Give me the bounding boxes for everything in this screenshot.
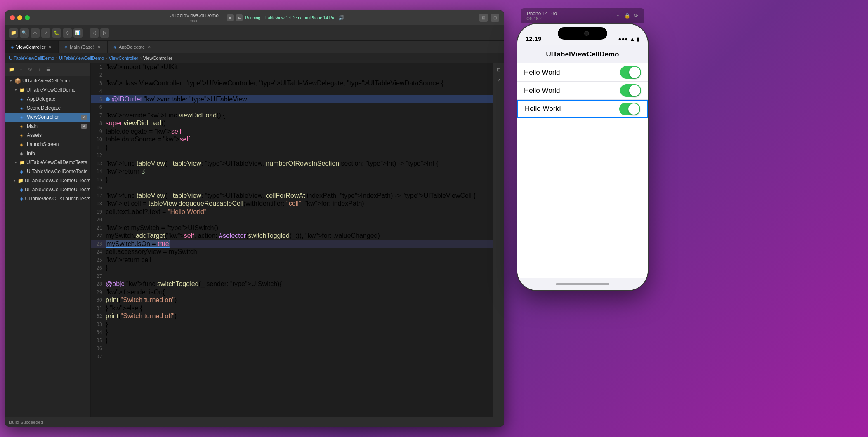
switch-3[interactable] [619,103,640,115]
code-line-33[interactable]: 33 } [91,320,493,329]
breadcrumb-sep1: › [56,56,57,61]
sidebar-item-main-group[interactable]: ▾ 📁 UITableViewCellDemo [5,85,90,94]
nav-filter-icon[interactable]: ☰ [45,66,52,73]
line-number-34: 34 [92,329,106,335]
forward-button[interactable]: ▷ [100,28,109,38]
nav-icon-folder[interactable]: 📁 [9,28,18,38]
table-cell-3[interactable]: Hello World [517,100,648,118]
simulator-header: iPhone 14 Pro iOS 16.2 ⌂ 🔒 ⟳ [521,8,644,23]
code-line-27[interactable]: 27 [91,272,493,280]
breadcrumb-project[interactable]: UITableViewCellDemo [9,56,54,61]
code-line-10[interactable]: 10 table.dataSource = "kw">self [91,136,493,144]
code-line-20[interactable]: 20 [91,216,493,224]
nav-icon-search[interactable]: 🔍 [20,28,29,38]
code-line-28[interactable]: 28 @objc "kw">func switchToggled(_ sende… [91,280,493,289]
sidebar-item-launchscreen[interactable]: ◈ LaunchScreen [5,140,90,149]
nav-icon-report[interactable]: 📊 [73,28,83,38]
inspector-toggle[interactable]: ⊡ [491,14,499,22]
nav-icon-breakpoint[interactable]: ◇ [63,28,72,38]
back-button[interactable]: ◁ [90,28,99,38]
sidebar-item-uitests-file[interactable]: ◈ UITableViewCellDemoUITests [5,185,90,194]
code-line-36[interactable]: 36 [91,345,493,353]
code-line-11[interactable]: 11 } [91,143,493,152]
sidebar-item-assets[interactable]: ◈ Assets [5,131,90,140]
code-line-14[interactable]: 14 "kw">return 3 [91,168,493,176]
tab-close-ad[interactable]: ✕ [147,45,152,49]
switch-2[interactable] [620,84,641,97]
code-line-34[interactable]: 34 } [91,329,493,337]
code-line-32[interactable]: 32 print("Switch turned off") [91,312,493,321]
code-line-26[interactable]: 26 } [91,264,493,273]
sidebar-item-main[interactable]: ◈ Main M [5,122,90,131]
tab-main[interactable]: ◈ Main (Base) ✕ [59,41,107,53]
tab-close-vc[interactable]: ✕ [47,45,52,49]
sidebar-item-project[interactable]: ▾ 📦 UITableViewCellDemo [5,76,90,85]
minimize-button[interactable] [17,15,22,20]
code-line-35[interactable]: 35} [91,336,493,345]
switch-1[interactable] [620,66,641,79]
sim-rotate-icon[interactable]: ⟳ [633,12,639,19]
code-line-3[interactable]: 3"kw">class ViewController: "type">UIVie… [91,79,493,87]
sidebar-item-launch-tests[interactable]: ◈ UITableViewC...sLaunchTests [5,194,90,203]
zoom-button[interactable] [25,15,30,20]
sidebar-toggle[interactable]: ⊞ [479,14,488,22]
nav-plus-icon[interactable]: + [35,66,43,73]
code-line-30[interactable]: 30 print("Switch turned on") [91,296,493,305]
code-line-9[interactable]: 9 table.delegate = "kw">self [91,127,493,136]
code-line-12[interactable]: 12 [91,152,493,160]
code-line-18[interactable]: 18 "kw">let cell = tableView.dequeueReus… [91,200,493,208]
sim-home-icon[interactable]: ⌂ [615,12,621,19]
sidebar-item-info[interactable]: ◈ Info [5,149,90,158]
code-line-24[interactable]: 24 cell.accessoryView = mySwitch [91,248,493,256]
sidebar-item-tests-file[interactable]: ◈ UITableViewCellDemoTests [5,167,90,176]
sidebar-item-viewcontroller[interactable]: ◈ ViewController M [5,113,90,122]
code-line-2[interactable]: 2 [91,71,493,80]
breadcrumb-file[interactable]: ViewController [109,56,138,61]
table-cell-1[interactable]: Hello World [517,63,648,82]
tab-viewcontroller[interactable]: ◈ ViewController ✕ [5,41,59,53]
code-line-13[interactable]: 13 "kw">func tableView(_ tableView: "typ… [91,160,493,168]
code-line-1[interactable]: 1"kw">import "type">UIKit [91,63,493,71]
inspector-icon[interactable]: ⊡ [495,66,503,74]
code-line-31[interactable]: 31 } "kw">else { [91,304,493,312]
code-line-25[interactable]: 25 "kw">return cell [91,256,493,264]
nav-icon-warning[interactable]: ⚠ [31,28,40,38]
speaker-icon[interactable]: 🔊 [338,14,344,21]
nav-folder-icon[interactable]: 📁 [8,66,16,73]
code-line-5[interactable]: 5 @IBOutlet "kw">var table: "type">UITab… [91,95,493,103]
code-line-16[interactable]: 16 [91,184,493,192]
sidebar-item-tests-group[interactable]: ▾ 📁 UITableViewCellDemoTests [5,158,90,167]
tab-appdelegate[interactable]: ◈ AppDelegate ✕ [108,41,158,53]
nav-icon-test[interactable]: ✓ [41,28,50,38]
code-line-19[interactable]: 19 cell.textLabel?.text = "Hello World" [91,208,493,216]
code-line-6[interactable]: 6 [91,103,493,112]
sidebar-item-uitests-group[interactable]: ▾ 📁 UITableViewCellDemoUITests [5,176,90,185]
table-cell-2[interactable]: Hello World [517,82,648,100]
line-number-8: 8 [92,120,106,126]
code-line-4[interactable]: 4 [91,87,493,96]
tab-close-main[interactable]: ✕ [97,45,101,49]
code-line-7[interactable]: 7 "kw">override "kw">func viewDidLoad() … [91,111,493,120]
code-line-8[interactable]: 8 super.viewDidLoad() [91,120,493,128]
code-line-29[interactable]: 29 "kw">if sender.isOn{ [91,288,493,296]
run-button[interactable]: ▶ [236,14,243,21]
stop-button[interactable]: ■ [227,14,234,21]
sim-lock-icon[interactable]: 🔒 [624,12,630,19]
code-editor[interactable]: 1"kw">import "type">UIKit2 3"kw">class V… [91,63,493,417]
code-line-17[interactable]: 17 "kw">func tableView(_ tableView: "typ… [91,192,493,200]
breadcrumb-group[interactable]: UITableViewCellDemo [59,56,104,61]
code-line-23[interactable]: 23 mySwitch.isOn = true [91,240,493,248]
code-line-22[interactable]: 22 mySwitch.addTarget("kw">self, action:… [91,232,493,240]
line-number-21: 21 [92,225,106,231]
code-line-21[interactable]: 21 "kw">let mySwitch = "type">UISwitch() [91,224,493,232]
nav-settings-icon[interactable]: ⚙ [26,66,34,73]
sidebar-item-scenedelegate[interactable]: ◈ SceneDelegate [5,103,90,113]
quick-help-icon[interactable]: ? [495,76,503,85]
code-line-15[interactable]: 15 } [91,176,493,184]
disclosure-project: ▾ [8,78,13,83]
nav-vcs-icon[interactable]: ↑ [17,66,25,73]
sidebar-item-appdelegate[interactable]: ◈ AppDelegate [5,94,90,103]
close-button[interactable] [10,15,15,20]
nav-icon-debug[interactable]: 🐛 [52,28,61,38]
code-line-37[interactable]: 37 [91,352,493,361]
